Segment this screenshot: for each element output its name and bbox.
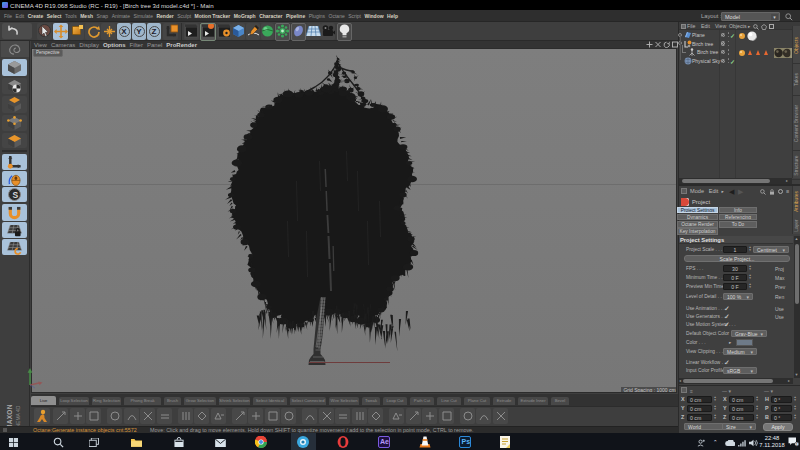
- svg-text:1: 1: [796, 443, 798, 447]
